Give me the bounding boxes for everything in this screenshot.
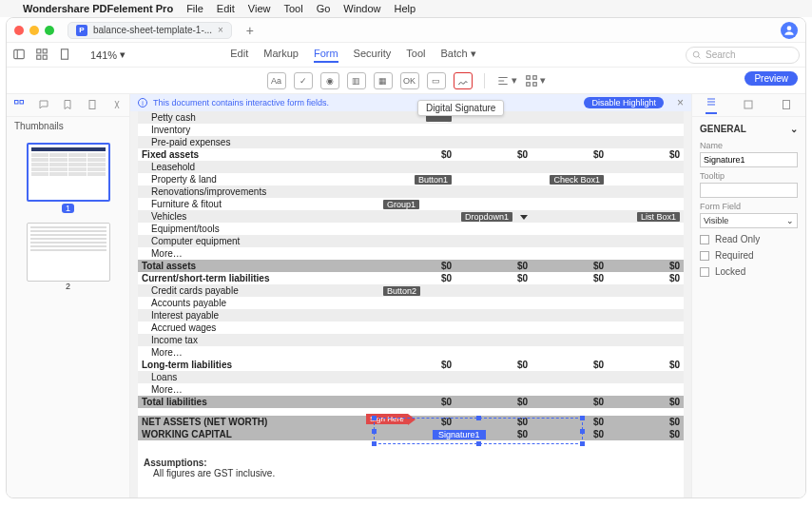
thumbnail-page-2[interactable]	[27, 223, 110, 282]
preview-button[interactable]: Preview	[744, 71, 798, 86]
form-button2[interactable]: Button2	[383, 286, 420, 296]
svg-point-8	[693, 51, 699, 57]
field-icon[interactable]	[111, 99, 123, 112]
svg-line-9	[698, 56, 700, 58]
svg-rect-15	[526, 82, 530, 86]
user-avatar[interactable]	[781, 22, 798, 39]
bookmark-icon[interactable]	[62, 99, 73, 112]
general-section-header[interactable]: GENERAL ⌄	[700, 121, 798, 137]
menu-edit[interactable]: Edit	[217, 3, 235, 14]
properties-tab-appearance-icon[interactable]	[743, 99, 754, 112]
grid-view-icon[interactable]	[35, 48, 48, 63]
properties-tab-options-icon[interactable]	[781, 99, 792, 112]
document-scroll[interactable]: Petty cash_____ Inventory Pre-paid expen…	[130, 111, 691, 497]
app-name: Wondershare PDFelement Pro	[23, 3, 173, 14]
minimize-window-icon[interactable]	[29, 26, 39, 35]
tooltip-digital-signature: Digital Signature	[417, 100, 504, 116]
form-tag[interactable]: _____	[426, 115, 452, 122]
menu-go[interactable]: Go	[317, 3, 331, 14]
menu-tab-security[interactable]: Security	[354, 48, 392, 63]
form-toolbar: Aa ✓ ◉ ▥ ▦ OK ▭ ▾ ▾ Preview	[7, 68, 805, 94]
titlebar: P balance-sheet-template-1-... × +	[7, 18, 805, 43]
properties-panel: GENERAL ⌄ Name Tooltip Form Field Visibl…	[691, 94, 805, 497]
menu-window[interactable]: Window	[343, 3, 380, 14]
svg-rect-3	[37, 49, 41, 52]
tab-filename: balance-sheet-template-1-...	[93, 25, 212, 35]
svg-rect-1	[14, 49, 25, 58]
readonly-checkbox[interactable]: Read Only	[700, 234, 798, 244]
thumbnails-title: Thumbnails	[7, 117, 129, 135]
thumbnail-page-1[interactable]	[27, 143, 110, 202]
menu-tab-form[interactable]: Form	[314, 48, 338, 63]
svg-rect-18	[20, 100, 24, 104]
menu-view[interactable]: View	[248, 3, 271, 14]
form-button1[interactable]: Button1	[415, 175, 452, 185]
attachment-icon[interactable]	[87, 99, 98, 112]
name-input[interactable]	[700, 152, 798, 167]
search-icon	[692, 50, 702, 60]
menu-help[interactable]: Help	[394, 3, 416, 14]
menu-tab-tool[interactable]: Tool	[406, 48, 425, 63]
new-tab-button[interactable]: +	[242, 22, 259, 39]
assumptions-block: Assumptions: All figures are GST inclusi…	[138, 458, 684, 478]
checkbox-tool[interactable]: ✓	[294, 72, 313, 89]
formfield-select[interactable]: Visible ⌄	[700, 213, 798, 228]
close-window-icon[interactable]	[14, 26, 24, 35]
form-dropdown1[interactable]: Dropdown1	[461, 212, 512, 222]
name-label: Name	[700, 141, 798, 150]
pdf-file-icon: P	[76, 25, 87, 36]
required-checkbox[interactable]: Required	[700, 250, 798, 261]
svg-rect-4	[43, 49, 47, 52]
svg-point-0	[787, 26, 792, 30]
menu-tab-markup[interactable]: Markup	[263, 48, 299, 63]
comments-icon[interactable]	[38, 99, 49, 112]
page-label-1: 1	[62, 204, 74, 213]
chevron-down-icon: ▾	[120, 49, 126, 61]
maximize-window-icon[interactable]	[45, 26, 54, 35]
form-listbox1[interactable]: List Box1	[637, 212, 680, 222]
tooltip-input[interactable]	[700, 183, 798, 198]
digital-signature-tool[interactable]	[454, 72, 473, 89]
document-tab[interactable]: P balance-sheet-template-1-... ×	[68, 22, 232, 39]
pdf-page: Petty cash_____ Inventory Pre-paid expen…	[138, 111, 684, 497]
locked-checkbox[interactable]: Locked	[700, 266, 798, 277]
form-group1[interactable]: Group1	[383, 200, 419, 209]
menu-tool[interactable]: Tool	[283, 3, 302, 14]
text-field-tool[interactable]: Aa	[267, 72, 286, 89]
svg-rect-19	[89, 100, 95, 108]
radio-tool[interactable]: ◉	[320, 72, 339, 89]
properties-tabs	[692, 94, 805, 117]
form-info-bar: i This document contains interactive for…	[130, 94, 691, 111]
signature-field-label: Signature1	[433, 430, 486, 439]
menu-file[interactable]: File	[186, 3, 203, 14]
align-dropdown[interactable]: ▾	[496, 74, 517, 88]
sidebar-toggle-icon[interactable]	[12, 48, 26, 63]
button-tool[interactable]: OK	[400, 72, 419, 89]
chevron-down-icon: ⌄	[786, 216, 794, 225]
zoom-control[interactable]: 141% ▾	[90, 49, 126, 61]
info-icon: i	[138, 98, 147, 107]
tab-close-icon[interactable]: ×	[218, 25, 223, 35]
close-info-icon[interactable]: ×	[677, 96, 684, 109]
svg-rect-16	[532, 82, 536, 86]
listbox-tool[interactable]: ▦	[374, 72, 393, 89]
assumptions-text: All figures are GST inclusive.	[144, 468, 684, 478]
dropdown-arrow-icon	[520, 215, 528, 220]
svg-rect-7	[62, 49, 68, 59]
signature-icon	[457, 75, 469, 87]
properties-tab-general-icon[interactable]	[706, 96, 717, 114]
more-tools-dropdown[interactable]: ▾	[525, 74, 546, 88]
search-input[interactable]: Search	[686, 47, 800, 64]
dropdown-tool[interactable]: ▥	[347, 72, 366, 89]
page-view-icon[interactable]	[58, 48, 71, 63]
form-checkbox1[interactable]: Check Box1	[550, 175, 604, 185]
image-tool[interactable]: ▭	[427, 72, 446, 89]
assumptions-heading: Assumptions:	[144, 458, 684, 468]
thumbnails-icon[interactable]	[13, 99, 25, 112]
separator	[484, 73, 485, 88]
search-placeholder: Search	[706, 49, 736, 60]
menu-tab-batch[interactable]: Batch ▾	[441, 48, 476, 63]
disable-highlight-button[interactable]: Disable Highlight	[584, 97, 664, 108]
sidebar-iconbar	[7, 94, 129, 117]
menu-tab-edit[interactable]: Edit	[230, 48, 248, 63]
